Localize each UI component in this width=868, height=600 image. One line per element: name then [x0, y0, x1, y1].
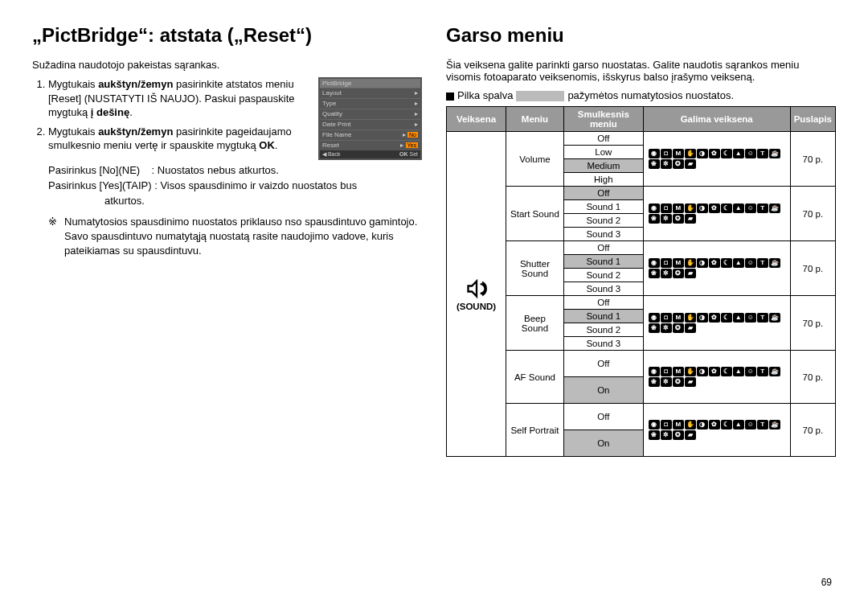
yes-option-b: atkurtos. — [104, 195, 422, 207]
th-mode: Veiksena — [447, 107, 506, 132]
th-page: Puslapis — [790, 107, 835, 132]
th-sub: Smulkesnis meniu — [563, 107, 643, 132]
footnote: Numatytosios spausdinimo nuostatos prikl… — [48, 215, 422, 259]
mode-icons-start: ◉◘M✋◑✿☾▲☺T☕❀✲✪▰ — [647, 202, 787, 225]
th-menu: Meniu — [506, 107, 564, 132]
th-avail: Galima veiksena — [643, 107, 790, 132]
left-title: „PictBridge“: atstata („Reset“) — [32, 24, 422, 47]
menu-af: AF Sound — [506, 351, 564, 404]
right-lead: Šia veiksena galite parinkti garso nuost… — [446, 59, 836, 83]
menu-volume: Volume — [506, 132, 564, 187]
yes-option-a: Pasirinkus [Yes](TAIP) : Visos spausdini… — [48, 179, 422, 191]
camera-menu-screenshot: PictBridge Layout▸ Type▸ Quality▸ Date P… — [318, 77, 422, 160]
default-legend: Pilka spalvapažymėtos numatytosios nuost… — [446, 89, 836, 101]
menu-self: Self Portrait — [506, 404, 564, 457]
mode-icons-volume: ◉◘M✋◑✿☾▲☺T☕❀✲✪▰ — [647, 147, 787, 171]
sound-label: (SOUND) — [450, 302, 502, 311]
mode-icons-af: ◉◘M✋◑✿☾▲☺T☕❀✲✪▰ — [647, 365, 787, 388]
mode-icons-self: ◉◘M✋◑✿☾▲☺T☕❀✲✪▰ — [647, 418, 787, 442]
sound-icon — [450, 277, 502, 302]
menu-shutter: Shutter Sound — [506, 241, 564, 296]
page-number: 69 — [821, 577, 832, 588]
mode-icons-beep: ◉◘M✋◑✿☾▲☺T☕❀✲✪▰ — [647, 311, 787, 335]
menu-start: Start Sound — [506, 187, 564, 241]
no-option: Pasirinkus [No](NE) : Nuostatos nebus at… — [48, 164, 422, 176]
mode-icons-shutter: ◉◘M✋◑✿☾▲☺T☕❀✲✪▰ — [647, 257, 787, 280]
sound-menu-table: Veiksena Meniu Smulkesnis meniu Galima v… — [446, 106, 836, 457]
left-lead: Sužadina naudotojo pakeistas sąrankas. — [32, 59, 422, 71]
menu-beep: Beep Sound — [506, 296, 564, 351]
right-title: Garso meniu — [446, 24, 836, 47]
